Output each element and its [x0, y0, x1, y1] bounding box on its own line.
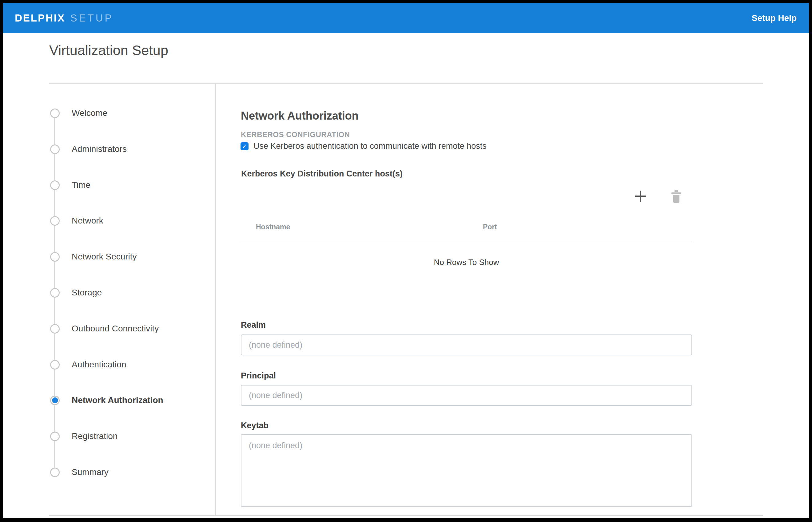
radio-icon [50, 288, 60, 298]
keytab-label: Keytab [241, 421, 269, 430]
sidebar-item-summary[interactable]: Summary [50, 466, 108, 478]
sidebar-item-storage[interactable]: Storage [50, 286, 102, 299]
kerberos-section-label: KERBEROS CONFIGURATION [241, 130, 350, 139]
sidebar-item-label: Storage [72, 288, 102, 298]
kdc-empty-message: No Rows To Show [241, 258, 692, 267]
principal-label: Principal [241, 371, 276, 381]
sidebar-item-network-authorization[interactable]: Network Authorization [50, 394, 163, 406]
radio-icon [50, 180, 60, 190]
sidebar-item-label: Welcome [72, 108, 107, 118]
sidebar-item-registration[interactable]: Registration [50, 430, 118, 442]
radio-icon [50, 431, 60, 441]
setup-app-window: DELPHIX SETUP Setup Help Virtualization … [3, 3, 809, 518]
sidebar-item-authentication[interactable]: Authentication [50, 359, 126, 371]
radio-icon [50, 108, 60, 118]
sidebar-item-outbound-connectivity[interactable]: Outbound Connectivity [50, 322, 159, 335]
checkmark-icon: ✓ [242, 143, 247, 149]
active-step-dot [52, 398, 58, 403]
radio-selected-icon [50, 396, 60, 405]
sidebar-item-label: Time [72, 180, 91, 190]
kdc-table-header-divider [241, 242, 692, 242]
sidebar-item-label: Summary [72, 467, 108, 477]
kdc-column-port: Port [483, 223, 497, 231]
trash-icon [670, 190, 682, 203]
setup-steps-sidebar: WelcomeAdministratorsTimeNetworkNetwork … [3, 3, 215, 518]
sidebar-item-time[interactable]: Time [50, 179, 91, 191]
kdc-hosts-label: Kerberos Key Distribution Center host(s) [241, 169, 403, 179]
principal-input[interactable] [241, 385, 692, 406]
sidebar-content-divider [215, 84, 216, 515]
delete-kdc-host-button[interactable] [670, 190, 682, 203]
realm-input[interactable] [241, 335, 692, 355]
content-heading: Network Authorization [241, 109, 359, 122]
setup-help-link[interactable]: Setup Help [752, 13, 797, 23]
sidebar-item-welcome[interactable]: Welcome [50, 107, 107, 119]
add-kdc-host-button[interactable] [634, 189, 648, 203]
sidebar-item-label: Network [72, 216, 103, 226]
radio-icon [50, 360, 60, 369]
radio-icon [50, 144, 60, 154]
sidebar-item-label: Network Authorization [72, 395, 163, 405]
keytab-textarea[interactable] [241, 434, 692, 507]
kdc-column-hostname: Hostname [256, 223, 290, 231]
sidebar-item-label: Outbound Connectivity [72, 324, 159, 334]
use-kerberos-checkbox-label: Use Kerberos authentication to communica… [254, 141, 487, 151]
radio-icon [50, 324, 60, 334]
sidebar-item-administrators[interactable]: Administrators [50, 143, 127, 155]
radio-icon [50, 216, 60, 226]
sidebar-item-label: Authentication [72, 360, 126, 369]
sidebar-item-network[interactable]: Network [50, 215, 103, 227]
kerberos-checkbox-row: ✓ Use Kerberos authentication to communi… [240, 141, 487, 151]
sidebar-item-label: Network Security [72, 252, 137, 262]
radio-icon [50, 252, 60, 262]
plus-icon [634, 189, 648, 203]
sidebar-item-label: Administrators [72, 144, 127, 154]
radio-icon [50, 467, 60, 477]
use-kerberos-checkbox[interactable]: ✓ [240, 142, 249, 150]
sidebar-item-network-security[interactable]: Network Security [50, 250, 137, 263]
sidebar-item-label: Registration [72, 431, 118, 441]
realm-label: Realm [241, 320, 266, 330]
screenshot-frame: DELPHIX SETUP Setup Help Virtualization … [0, 0, 812, 522]
